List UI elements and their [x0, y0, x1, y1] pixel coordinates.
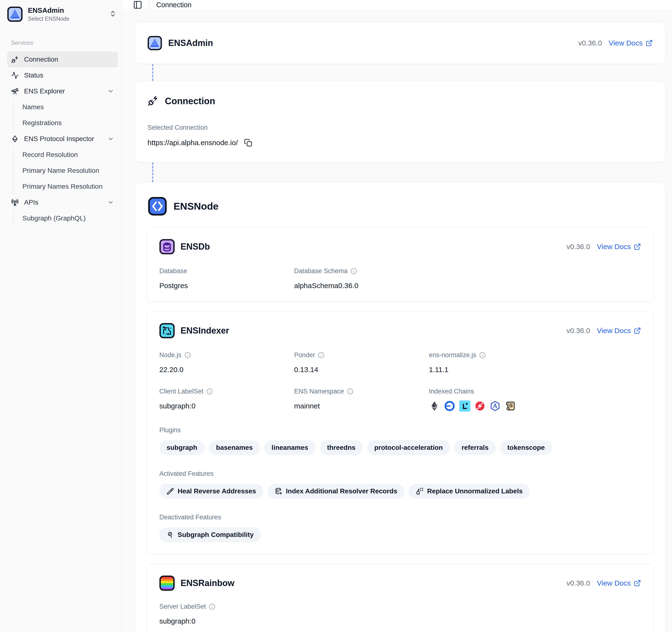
ensdb-card: ENSDb v0.36.0 View Docs Database P: [147, 227, 654, 301]
ensrainbow-view-docs-link[interactable]: View Docs: [597, 579, 641, 587]
sidebar-item-label: Record Resolution: [22, 151, 78, 159]
feature-badge-label: Replace Unnormalized Labels: [427, 487, 523, 495]
view-docs-label: View Docs: [609, 39, 643, 47]
linea-icon: [459, 400, 470, 412]
sidebar-menu: ConnectionStatusENS ExplorerNamesRegistr…: [7, 51, 118, 226]
sidebar-item-record-resolution[interactable]: Record Resolution: [13, 147, 118, 163]
ensnode-logo-icon: [148, 197, 167, 216]
field-nodejs: Node.js 22.20.0: [159, 351, 294, 374]
sidebar-item-names[interactable]: Names: [13, 99, 118, 115]
info-icon[interactable]: [318, 352, 325, 358]
field-client-labelset: Client LabelSet subgraph:0: [159, 388, 294, 412]
ensindexer-logo-icon: [159, 323, 175, 338]
content: ENSAdmin v0.36.0 View Docs: [122, 10, 672, 632]
sidebar-item-connection[interactable]: Connection: [7, 51, 118, 67]
external-link-icon: [646, 40, 653, 47]
app-subtitle: Select ENSNode: [28, 16, 70, 22]
sidebar-item-subgraph-graphql[interactable]: Subgraph (GraphQL): [13, 210, 118, 226]
view-docs-label: View Docs: [597, 579, 631, 587]
scroll-icon: [505, 400, 516, 412]
sidebar-item-apis[interactable]: APIs: [7, 194, 118, 210]
sidebar-item-label: Registrations: [22, 119, 62, 127]
plugin-badge-basenames: basenames: [209, 440, 260, 455]
ensadmin-card: ENSAdmin v0.36.0 View Docs: [135, 22, 666, 64]
field-label: ENS Namespace: [294, 388, 344, 395]
chevron-down-icon: [107, 136, 114, 142]
sidebar-item-ens-explorer[interactable]: ENS Explorer: [7, 83, 118, 99]
base-icon: [444, 400, 455, 412]
field-ens-normalize: ens-normalize.js 1.11.1: [429, 351, 641, 374]
indexed-chains-row: [429, 400, 641, 412]
field-label: Database: [159, 267, 294, 275]
selected-connection-label: Selected Connection: [147, 124, 653, 131]
plugins-row: subgraphbasenameslineanamesthreednsproto…: [159, 440, 641, 455]
field-value: subgraph:0: [159, 402, 294, 410]
activated-features-row: Heal Reverse AddressesIndex Additional R…: [159, 484, 641, 499]
sidebar-item-status[interactable]: Status: [7, 67, 118, 83]
chevrons-up-down-icon[interactable]: [109, 10, 117, 18]
info-icon[interactable]: [209, 603, 215, 610]
plugin-badge-referrals: referrals: [454, 440, 496, 455]
plug-zap-icon: [11, 55, 19, 63]
ethereum-icon: [429, 400, 440, 412]
sidebar-item-label: ENS Protocol Inspector: [24, 135, 94, 143]
activity-icon: [11, 71, 19, 79]
ensadmin-logo-icon: [7, 6, 23, 22]
field-database-schema: Database Schema alphaSchema0.36.0: [294, 267, 429, 290]
ensindexer-view-docs-link[interactable]: View Docs: [597, 326, 641, 335]
info-icon[interactable]: [347, 388, 353, 395]
sidebar-item-primary-names-resolution[interactable]: Primary Names Resolution: [13, 178, 118, 194]
sidebar: ENSAdmin Select ENSNode Services Connect…: [0, 0, 122, 632]
copy-icon[interactable]: [244, 139, 252, 147]
field-label: Server LabelSet: [159, 603, 206, 610]
ensadmin-view-docs-link[interactable]: View Docs: [609, 39, 653, 47]
plugin-badge-lineanames: lineanames: [264, 440, 315, 455]
info-icon[interactable]: [184, 352, 191, 358]
sidebar-item-label: ENS Explorer: [24, 87, 65, 95]
sidebar-item-label: Subgraph (GraphQL): [22, 214, 86, 222]
ensindexer-title: ENSIndexer: [181, 325, 229, 336]
connector-line: [152, 163, 672, 182]
feature-badge-label: Subgraph Compatibility: [177, 531, 254, 539]
info-icon[interactable]: [351, 268, 357, 274]
optimism-icon: [474, 400, 485, 412]
sidebar-item-registrations[interactable]: Registrations: [13, 115, 118, 131]
info-icon[interactable]: [206, 388, 213, 395]
ensrainbow-title: ENSRainbow: [181, 578, 235, 588]
plug-zap-icon: [147, 95, 159, 107]
main-area: Connection ENSAdmin v0.36.0 View Docs: [122, 0, 672, 632]
external-link-icon: [634, 580, 641, 587]
sidebar-section-label: Services: [7, 40, 118, 46]
chevron-down-icon: [107, 88, 114, 95]
deactivated-features-label: Deactivated Features: [159, 514, 641, 521]
arbitrum-icon: [489, 400, 501, 412]
ensdb-title: ENSDb: [181, 242, 210, 252]
field-label: Ponder: [294, 351, 315, 359]
ensadmin-logo-icon: [147, 36, 162, 50]
telescope-icon: [11, 87, 19, 95]
feature-badge-label: Index Additional Resolver Records: [286, 487, 398, 495]
field-value: 22.20.0: [159, 366, 294, 374]
app-title: ENSAdmin: [28, 6, 70, 15]
info-icon[interactable]: [479, 352, 486, 358]
sidebar-item-label: Connection: [24, 55, 58, 63]
ensadmin-version: v0.36.0: [578, 39, 602, 47]
field-server-labelset: Server LabelSet subgraph:0: [159, 603, 294, 625]
ensrainbow-card: ENSRainbow v0.36.0 View Docs Server Labe…: [147, 564, 654, 632]
field-label: Node.js: [159, 351, 182, 359]
feature-badge-replace-unnormalized-labels: Replace Unnormalized Labels: [409, 484, 530, 499]
connector-line: [152, 64, 672, 81]
field-database: Database Postgres: [159, 267, 294, 290]
feature-badge-label: Heal Reverse Addresses: [177, 487, 256, 495]
sidebar-item-primary-name-resolution[interactable]: Primary Name Resolution: [13, 163, 118, 178]
sidebar-toggle-icon[interactable]: [133, 0, 142, 9]
ensadmin-card-title: ENSAdmin: [168, 38, 213, 48]
plugin-badge-protocol-acceleration: protocol-acceleration: [367, 440, 450, 455]
sidebar-item-ens-protocol-inspector[interactable]: ENS Protocol Inspector: [7, 131, 118, 147]
field-value: 1.11.1: [429, 366, 641, 374]
ensdb-view-docs-link[interactable]: View Docs: [597, 243, 641, 251]
external-link-icon: [634, 327, 641, 334]
ensnode-selector[interactable]: ENSAdmin Select ENSNode: [7, 6, 118, 22]
plugin-badge-subgraph: subgraph: [159, 440, 205, 455]
topbar-divider: [149, 0, 149, 9]
